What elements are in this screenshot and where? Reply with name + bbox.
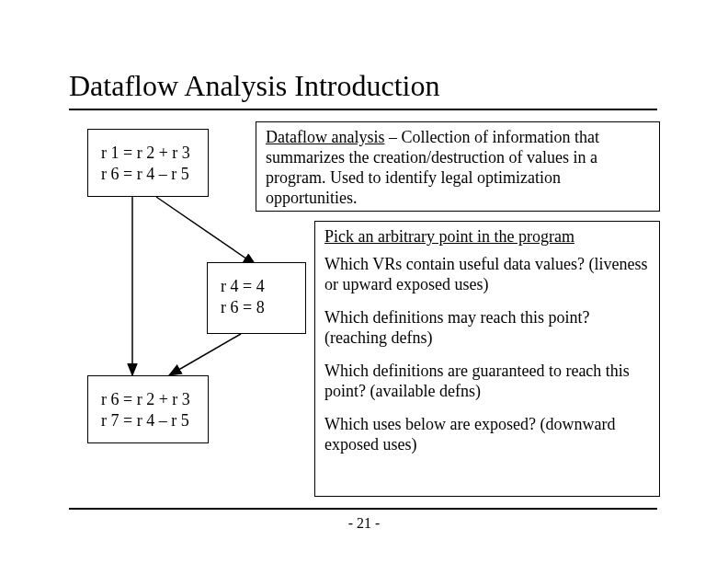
question-2: Which definitions may reach this point? … (324, 308, 650, 349)
block-a: r 1 = r 2 + r 3 r 6 = r 4 – r 5 (87, 129, 209, 197)
block-a-code: r 1 = r 2 + r 3 r 6 = r 4 – r 5 (88, 130, 208, 197)
edge-b-to-c (169, 334, 241, 375)
block-c-code: r 6 = r 2 + r 3 r 7 = r 4 – r 5 (88, 376, 208, 443)
question-3: Which definitions are guaranteed to reac… (324, 362, 650, 402)
question-4: Which uses below are exposed? (downward … (324, 415, 650, 455)
edge-a-to-b (156, 197, 256, 265)
question-1: Which VRs contain useful data values? (l… (324, 255, 650, 295)
slide-page: Dataflow Analysis Introduction r 1 = r 2… (0, 0, 728, 563)
block-b: r 4 = 4 r 6 = 8 (207, 262, 306, 334)
questions-box: Pick an arbitrary point in the program W… (314, 221, 660, 497)
block-b-code: r 4 = 4 r 6 = 8 (208, 263, 305, 330)
page-number: - 21 - (0, 515, 728, 532)
definition-box: Dataflow analysis – Collection of inform… (256, 121, 660, 212)
questions-heading: Pick an arbitrary point in the program (324, 227, 650, 247)
page-title: Dataflow Analysis Introduction (69, 69, 439, 103)
footer-rule (69, 508, 657, 510)
title-rule (69, 109, 657, 110)
definition-term: Dataflow analysis (266, 128, 384, 146)
block-c: r 6 = r 2 + r 3 r 7 = r 4 – r 5 (87, 375, 209, 443)
